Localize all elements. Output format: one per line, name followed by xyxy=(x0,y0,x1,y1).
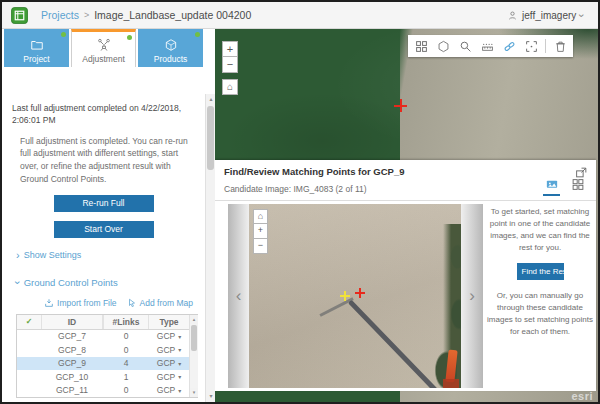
import-icon xyxy=(44,298,54,308)
drone-icon xyxy=(97,38,111,52)
breadcrumb-projects-link[interactable]: Projects xyxy=(41,9,79,21)
grid-view-toggle[interactable] xyxy=(569,177,586,196)
gcp-type: GCP xyxy=(157,358,175,368)
col-type: Type xyxy=(149,317,189,327)
image-controls: ⌂ + − xyxy=(253,209,268,254)
gcp-type: GCP xyxy=(157,372,175,382)
gcp-id: GCP_9 xyxy=(41,358,103,368)
map-home-control: ⌂ xyxy=(222,79,238,95)
scroll-up-icon[interactable]: ▴ xyxy=(190,315,198,324)
gcp-links: 0 xyxy=(103,345,149,355)
next-image-button[interactable]: › xyxy=(461,204,483,388)
show-settings-label: Show Settings xyxy=(24,250,82,260)
view-toggles xyxy=(543,177,586,196)
candidate-image-label: Candidate Image: IMG_4083 (2 of 11) xyxy=(224,184,367,194)
table-row-gcp11[interactable]: GCP_11 0 GCP▾ xyxy=(17,384,189,398)
status-dot-icon xyxy=(127,35,132,40)
zoom-out-button[interactable]: − xyxy=(222,57,238,73)
zoom-in-button[interactable]: + xyxy=(222,41,238,57)
previous-image-button[interactable]: ‹ xyxy=(228,204,249,388)
show-settings-toggle[interactable]: › Show Settings xyxy=(16,250,205,261)
esri-watermark: esri xyxy=(571,390,593,402)
matching-points-tool-active[interactable] xyxy=(498,35,520,57)
import-from-file-label: Import from File xyxy=(57,298,117,308)
type-dropdown-icon[interactable]: ▾ xyxy=(178,360,181,367)
projected-gcp-marker-icon[interactable] xyxy=(355,288,365,298)
home-button[interactable]: ⌂ xyxy=(222,79,238,95)
gcp-id: GCP_11 xyxy=(41,385,103,395)
scrollbar-thumb[interactable] xyxy=(191,325,197,351)
sidebar-scrollbar[interactable]: ▴ ▾ xyxy=(205,94,215,402)
top-bar: Projects > Image_Landbase_update 004200 … xyxy=(2,2,598,29)
adjustment-summary: Full adjustment is completed. You can re… xyxy=(20,135,193,186)
breadcrumb-separator: > xyxy=(84,10,89,20)
map-view[interactable]: + − ⌂ xyxy=(215,29,598,402)
scrollbar-thumb[interactable] xyxy=(207,106,214,170)
tab-project[interactable]: Project xyxy=(4,29,69,67)
matching-point-marker-icon[interactable] xyxy=(340,291,350,301)
table-scrollbar[interactable]: ▴ ▾ xyxy=(189,315,198,398)
col-links: #Links xyxy=(103,315,149,329)
adjustment-pane: Last full adjustment completed on 4/22/2… xyxy=(2,94,205,402)
folder-icon xyxy=(30,38,44,52)
table-row-gcp10[interactable]: GCP_10 1 GCP▾ xyxy=(17,370,189,384)
type-dropdown-icon[interactable]: ▾ xyxy=(178,333,181,340)
gcp-id: GCP_10 xyxy=(41,372,103,382)
gcp-links: 4 xyxy=(103,358,149,368)
table-row-gcp7[interactable]: GCP_7 0 GCP▾ xyxy=(17,330,189,344)
orange-object xyxy=(443,379,459,388)
gcp-id: GCP_8 xyxy=(41,345,103,355)
add-from-map-link[interactable]: Add from Map xyxy=(127,298,193,308)
last-adjustment-status: Last full adjustment completed on 4/22/2… xyxy=(12,102,195,127)
gcp-section-toggle[interactable]: › Ground Control Points xyxy=(16,277,205,288)
image-grid-tool[interactable] xyxy=(410,35,432,57)
app-window: Projects > Image_Landbase_update 004200 … xyxy=(0,0,600,404)
gcp-links: 0 xyxy=(103,331,149,341)
image-home-button[interactable]: ⌂ xyxy=(253,209,268,224)
cursor-icon xyxy=(127,298,137,308)
table-row-gcp9-selected[interactable]: GCP_9 4 GCP▾ xyxy=(17,357,189,371)
candidate-image-viewer[interactable]: ⌂ + − xyxy=(249,204,461,388)
extent-tool[interactable] xyxy=(520,35,542,57)
chevron-down-icon: › xyxy=(12,280,23,284)
start-over-button[interactable]: Start Over xyxy=(54,221,154,238)
panel-divider xyxy=(215,200,596,201)
user-menu[interactable]: jeff_imagery › xyxy=(507,2,584,29)
tab-adjustment-label: Adjustment xyxy=(82,54,125,64)
gcp-table-header: ✓ ID #Links Type xyxy=(17,315,189,330)
gcp-type: GCP xyxy=(157,345,175,355)
image-zoom-in-button[interactable]: + xyxy=(253,224,268,239)
instructions-column: To get started, set matching point in on… xyxy=(487,206,593,338)
type-dropdown-icon[interactable]: ▾ xyxy=(178,387,181,394)
delete-tool[interactable] xyxy=(549,35,571,57)
single-view-toggle[interactable] xyxy=(543,177,560,196)
measure-tool[interactable] xyxy=(476,35,498,57)
tab-adjustment[interactable]: Adjustment xyxy=(71,29,136,67)
search-tool[interactable] xyxy=(454,35,476,57)
add-from-map-label: Add from Map xyxy=(140,298,193,308)
gcp-links: 0 xyxy=(103,385,149,395)
check-column-icon: ✓ xyxy=(17,317,41,326)
type-dropdown-icon[interactable]: ▾ xyxy=(178,346,181,353)
table-row-gcp8[interactable]: GCP_8 0 GCP▾ xyxy=(17,343,189,357)
rerun-full-button[interactable]: Re-run Full xyxy=(54,195,154,212)
import-from-file-link[interactable]: Import from File xyxy=(44,298,117,308)
app-logo-icon xyxy=(11,7,28,24)
tab-project-label: Project xyxy=(23,54,49,64)
gcp-table: ✓ ID #Links Type GCP_7 0 GCP▾ xyxy=(16,314,198,399)
tab-products[interactable]: Products xyxy=(138,29,203,67)
col-id: ID xyxy=(41,315,103,329)
type-dropdown-icon[interactable]: ▾ xyxy=(178,373,181,380)
basemap-tool[interactable] xyxy=(432,35,454,57)
image-zoom-out-button[interactable]: − xyxy=(253,239,268,254)
user-icon xyxy=(507,10,518,21)
gcp-section-label: Ground Control Points xyxy=(24,277,118,288)
gcp-marker-icon[interactable] xyxy=(394,99,407,112)
find-the-rest-button[interactable]: Find the Rest xyxy=(517,263,564,280)
tab-products-label: Products xyxy=(154,54,188,64)
map-toolbar xyxy=(408,35,573,57)
sidebar: Project Adjustment xyxy=(2,29,215,402)
pole-shadow xyxy=(348,300,440,388)
status-dot-icon xyxy=(61,32,66,37)
scroll-down-icon[interactable]: ▾ xyxy=(190,388,198,397)
